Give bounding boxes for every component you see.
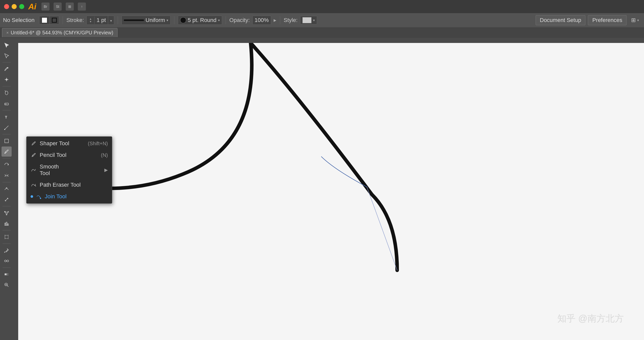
maximize-button[interactable] [19,4,24,9]
type-tool-btn[interactable]: T [2,112,12,122]
tabbar: × Untitled-6* @ 544.93% (CMYK/GPU Previe… [0,27,644,38]
tab-title: Untitled-6* @ 544.93% (CMYK/GPU Preview) [11,30,113,36]
style-select[interactable]: ▾ [300,16,317,25]
menu-item-path-eraser[interactable]: Path Eraser Tool [27,179,112,191]
stroke-swatch-mini[interactable] [50,17,59,24]
reflect-tool-btn[interactable] [2,171,12,181]
opacity-value[interactable]: 100% [252,16,271,25]
svg-rect-15 [6,222,7,226]
workspace-icon[interactable]: ⊞ [66,3,74,11]
share-icon[interactable]: ↑ [78,3,86,11]
tool-sep7 [3,206,11,206]
bridge-icon[interactable]: Br [41,3,50,11]
line-tool-btn[interactable] [2,123,12,133]
tool-sep3 [3,110,11,110]
vertical-ruler [13,38,18,340]
shaper-shortcut: (Shift+N) [88,141,108,147]
style-chevron: ▾ [313,18,315,22]
stroke-preview [124,19,144,21]
svg-rect-14 [5,223,6,225]
brush-dot [180,17,186,23]
no-selection-label: No Selection [3,17,35,23]
stroke-type-label: Uniform [146,17,165,23]
stroke-value-group[interactable]: ▲ ▼ 1 pt ▾ [86,16,114,25]
brush-size-select[interactable]: 5 pt. Round ▾ [178,16,222,25]
path-eraser-icon [31,182,37,188]
selection-tool-btn[interactable] [2,40,12,50]
svg-rect-7 [5,139,9,143]
artboard-tool-btn[interactable] [2,232,12,242]
eyedropper-tool-btn[interactable] [2,245,12,255]
svg-line-30 [35,185,36,186]
blend-tool-btn[interactable] [2,256,12,266]
document-tab[interactable]: × Untitled-6* @ 544.93% (CMYK/GPU Previe… [2,28,117,37]
join-label: Join Tool [45,193,108,200]
minimize-button[interactable] [12,4,17,9]
opacity-label: Opacity: [229,17,250,23]
join-icon [36,193,42,200]
style-swatch-preview [302,17,312,23]
svg-point-9 [6,188,7,189]
gradient-tool-btn[interactable] [2,269,12,279]
preferences-button[interactable]: Preferences [588,15,627,25]
titlebar: Ai Br St ⊞ ↑ [0,0,644,13]
tab-close-button[interactable]: × [6,31,9,35]
smooth-label: Smooth Tool [40,163,69,177]
direct-selection-tool-btn[interactable] [2,51,12,61]
svg-rect-16 [8,224,9,225]
tool-sep9 [3,244,11,244]
anchor-tool-btn[interactable] [2,75,12,85]
svg-rect-17 [5,235,8,239]
style-label: Style: [284,17,298,23]
smooth-arrow: ▶ [104,167,108,173]
titlebar-icons: Br St ⊞ ↑ [41,3,86,11]
eraser-tool-btn[interactable] [2,99,12,109]
stroke-arrows[interactable]: ▲ ▼ [87,17,94,24]
stroke-type-select[interactable]: Uniform ▾ [122,16,171,25]
svg-point-22 [5,260,6,262]
menu-item-shaper[interactable]: Shaper Tool (Shift+N) [27,138,112,149]
scale-tool-btn[interactable] [2,195,12,205]
sep5 [280,16,280,24]
rotate-tool-btn[interactable] [2,160,12,170]
tool-sep4 [3,134,11,134]
opacity-arrow[interactable]: ▶ [274,18,276,22]
blob-brush-btn[interactable] [2,88,12,98]
path-eraser-label: Path Eraser Tool [40,182,108,188]
svg-point-6 [4,129,5,130]
tool-sep5 [3,158,11,158]
watermark: 知乎 @南方北方 [557,312,624,325]
svg-line-5 [5,126,9,130]
document-setup-button[interactable]: Document Setup [536,15,586,25]
pen-tool-btn[interactable] [2,64,12,74]
shape-tool-btn[interactable] [2,136,12,146]
close-button[interactable] [4,4,9,9]
graph-tool-btn[interactable] [2,218,12,229]
stock-icon[interactable]: St [54,3,62,11]
tool-sep8 [3,230,11,230]
pencil-shortcut: (N) [101,152,108,158]
tool-sep10 [3,268,11,268]
sep4 [226,16,226,24]
stroke-type-chevron: ▾ [166,18,168,22]
symbol-tool-btn[interactable] [2,208,12,218]
warp-tool-btn[interactable] [2,184,12,194]
context-menu: Shaper Tool (Shift+N) Pencil Tool (N) [26,136,112,204]
fill-swatch[interactable] [39,16,50,24]
menu-item-pencil[interactable]: Pencil Tool (N) [27,149,112,161]
menu-item-smooth[interactable]: Smooth Tool ▶ [27,161,112,179]
stroke-label: Stroke: [66,17,84,23]
arrange-icons[interactable]: ⊞ ▾ [629,16,641,25]
stroke-unit-arrow[interactable]: ▾ [108,16,114,25]
tool-sep2 [3,86,11,86]
horizontal-ruler [13,38,644,43]
zoom-tool-btn[interactable] [2,280,12,290]
canvas-area[interactable]: 知乎 @南方北方 Shaper Tool (Shift+N) [13,38,644,340]
stroke-value[interactable]: 1 pt [94,16,108,25]
svg-point-31 [40,198,41,199]
pencil-tool-btn[interactable] [2,147,12,157]
shaper-label: Shaper Tool [40,140,85,147]
fill-stroke-group[interactable] [39,16,59,25]
menu-item-join[interactable]: Join Tool [27,191,112,202]
svg-point-13 [6,214,7,215]
